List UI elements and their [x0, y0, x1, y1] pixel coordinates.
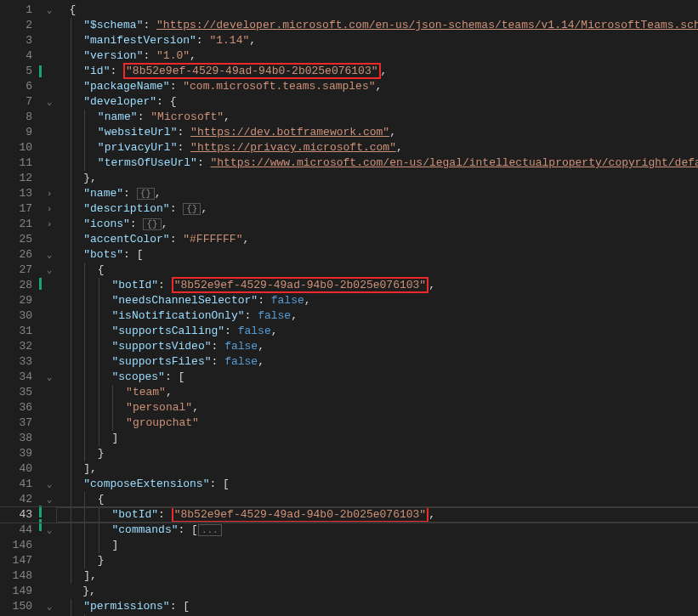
json-string: "personal"	[126, 401, 192, 414]
code-editor[interactable]: 1234567891011121317212526272829303132333…	[0, 0, 698, 616]
code-line[interactable]: "scopes": [	[56, 370, 698, 385]
code-line[interactable]: "bots": [	[56, 247, 698, 263]
line-number: 7	[0, 94, 32, 110]
code-line[interactable]: "name": {},	[56, 186, 698, 201]
code-line[interactable]: "groupchat"	[56, 415, 698, 431]
highlighted-value: "8b52e9ef-4529-49ad-94b0-2b025e076103"	[123, 63, 380, 79]
code-line[interactable]: "botId": "8b52e9ef-4529-49ad-94b0-2b025e…	[56, 507, 698, 523]
json-key: "packageName"	[83, 80, 169, 93]
punctuation: {	[98, 263, 105, 276]
code-line[interactable]: "packageName": "com.microsoft.teams.samp…	[56, 79, 698, 94]
fold-open-icon[interactable]	[43, 370, 56, 385]
code-line[interactable]: ],	[56, 461, 698, 477]
json-key: "bots"	[83, 248, 123, 261]
code-line[interactable]: "supportsCalling": false,	[56, 324, 698, 339]
code-line[interactable]: "composeExtensions": [	[56, 477, 698, 492]
punctuation: ]	[111, 432, 118, 444]
fold-open-icon[interactable]	[43, 3, 56, 18]
punctuation: :	[258, 294, 271, 307]
punctuation: : [	[209, 478, 229, 490]
code-line[interactable]: "supportsFiles": false,	[56, 354, 698, 370]
code-line[interactable]: {	[56, 492, 698, 507]
collapsed-region[interactable]: {}	[143, 218, 161, 230]
code-line[interactable]: "developer": {	[56, 94, 698, 110]
line-number: 34	[0, 370, 32, 385]
punctuation: ,	[190, 49, 196, 62]
code-line[interactable]: "description": {},	[56, 201, 698, 217]
modified-indicator	[39, 519, 42, 531]
blank	[43, 446, 56, 461]
json-key: "supportsCalling"	[111, 325, 224, 337]
fold-column[interactable]	[43, 0, 56, 616]
fold-open-icon[interactable]	[43, 599, 56, 614]
collapsed-region[interactable]: ...	[198, 524, 222, 536]
code-line[interactable]: },	[56, 171, 698, 186]
line-number: 17	[0, 201, 32, 217]
code-line[interactable]: "supportsVideo": false,	[56, 339, 698, 354]
blank	[43, 538, 56, 553]
code-line[interactable]: "isNotificationOnly": false,	[56, 308, 698, 324]
json-boolean: false	[271, 294, 304, 307]
punctuation: :	[138, 110, 151, 123]
code-line[interactable]: "websiteUrl": "https://dev.botframework.…	[56, 125, 698, 140]
code-line[interactable]: }	[56, 446, 698, 461]
json-link[interactable]: "https://www.microsoft.com/en-us/legal/i…	[211, 156, 699, 169]
code-line[interactable]: "team",	[56, 385, 698, 400]
json-string: "groupchat"	[126, 416, 199, 429]
punctuation: :	[245, 309, 258, 322]
punctuation: ,	[428, 279, 435, 291]
blank	[43, 308, 56, 324]
fold-open-icon[interactable]	[43, 492, 56, 507]
line-number: 21	[0, 217, 32, 232]
fold-open-icon[interactable]	[43, 263, 56, 278]
json-key: "developer"	[83, 95, 156, 108]
code-line[interactable]: "termsOfUseUrl": "https://www.microsoft.…	[56, 155, 698, 171]
fold-closed-icon[interactable]	[43, 201, 56, 217]
line-number: 27	[0, 263, 32, 278]
fold-open-icon[interactable]	[43, 94, 56, 110]
json-string: "8b52e9ef-4529-49ad-94b0-2b025e076103"	[174, 279, 426, 291]
fold-open-icon[interactable]	[43, 247, 56, 263]
code-line[interactable]: "$schema": "https://developer.microsoft.…	[56, 18, 698, 33]
code-line[interactable]: "id": "8b52e9ef-4529-49ad-94b0-2b025e076…	[56, 64, 698, 79]
json-link[interactable]: "https://developer.microsoft.com/en-us/j…	[156, 19, 698, 31]
code-line[interactable]: "name": "Microsoft",	[56, 110, 698, 125]
blank	[43, 354, 56, 370]
code-line[interactable]: "manifestVersion": "1.14",	[56, 33, 698, 48]
fold-closed-icon[interactable]	[43, 217, 56, 232]
json-link[interactable]: "https://privacy.microsoft.com"	[190, 141, 396, 154]
json-key: "needsChannelSelector"	[111, 294, 258, 307]
code-line[interactable]: "personal",	[56, 400, 698, 415]
json-key: "permissions"	[83, 600, 169, 613]
json-link[interactable]: "https://dev.botframework.com"	[190, 126, 389, 138]
fold-open-icon[interactable]	[43, 523, 56, 538]
line-number: 35	[0, 385, 32, 400]
code-line[interactable]: {	[56, 3, 698, 18]
line-number: 26	[0, 247, 32, 263]
code-line[interactable]: "botId": "8b52e9ef-4529-49ad-94b0-2b025e…	[56, 278, 698, 293]
line-number: 147	[0, 553, 32, 568]
fold-closed-icon[interactable]	[43, 186, 56, 201]
fold-open-icon[interactable]	[43, 477, 56, 492]
json-string: "Microsoft"	[150, 110, 224, 123]
json-string: "1.0"	[156, 49, 190, 62]
code-line[interactable]: ]	[56, 431, 698, 446]
code-line[interactable]: ]	[56, 538, 698, 553]
code-line[interactable]: "commands": [...	[56, 523, 698, 538]
code-line[interactable]: ],	[56, 568, 698, 584]
collapsed-region[interactable]: {}	[137, 188, 155, 200]
code-line[interactable]: "permissions": [	[56, 599, 698, 614]
code-line[interactable]: "version": "1.0",	[56, 48, 698, 64]
code-line[interactable]: },	[56, 584, 698, 599]
code-line[interactable]: "needsChannelSelector": false,	[56, 293, 698, 308]
code-line[interactable]: "privacyUrl": "https://privacy.microsoft…	[56, 140, 698, 155]
code-line[interactable]: "icons": {},	[56, 217, 698, 232]
json-string: "8b52e9ef-4529-49ad-94b0-2b025e076103"	[174, 508, 426, 521]
highlighted-value: "8b52e9ef-4529-49ad-94b0-2b025e076103"	[172, 277, 428, 293]
code-content[interactable]: { "$schema": "https://developer.microsof…	[56, 0, 698, 616]
code-line[interactable]: "accentColor": "#FFFFFF",	[56, 232, 698, 247]
code-line[interactable]: {	[56, 263, 698, 278]
code-line[interactable]: }	[56, 553, 698, 568]
collapsed-region[interactable]: {}	[183, 203, 201, 215]
punctuation: ],	[83, 569, 97, 582]
